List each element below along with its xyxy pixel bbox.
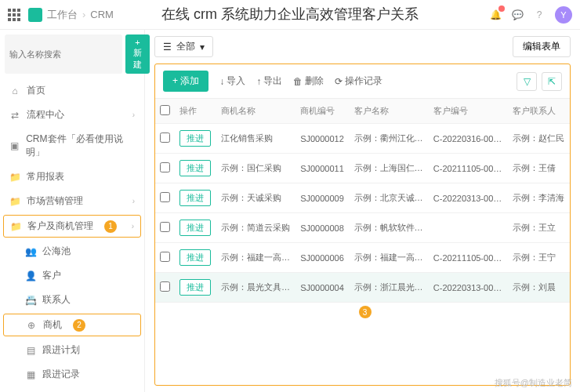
message-icon[interactable]: 💬 [511,9,524,21]
push-button[interactable]: 推进 [179,130,211,147]
notification-icon[interactable]: 🔔 [489,9,502,21]
sidebar-item-label: 跟进计划 [42,343,80,357]
record-icon: ▦ [25,369,36,380]
view-selector[interactable]: ☰ 全部 ▾ [154,36,213,57]
sidebar-item-1[interactable]: ⇄流程中心› [0,103,144,127]
folder-icon: 📁 [9,172,20,183]
sidebar-item-11[interactable]: ▦跟进记录 [0,362,144,387]
home-icon: ⌂ [9,85,20,96]
kit-icon: ▣ [9,140,20,151]
sidebar-item-12[interactable]: 📊客户分析 [0,387,144,392]
filter-icon[interactable]: ▽ [517,72,537,91]
column-header: 客户编号 [429,99,508,124]
chevron-down-icon: ▾ [200,42,205,53]
sidebar-item-label: 跟进记录 [42,368,80,381]
cell-cnum [429,213,508,243]
sidebar-item-label: 商机 [43,318,62,332]
sidebar-item-3[interactable]: 📁常用报表 [0,165,144,189]
row-checkbox[interactable] [160,162,170,172]
edit-form-button[interactable]: 编辑表单 [513,36,571,57]
export-icon[interactable]: ⇱ [542,72,562,91]
help-icon[interactable]: ? [533,9,546,21]
select-all-checkbox[interactable] [160,105,170,115]
sidebar-item-9[interactable]: ⊕商机2 [3,314,141,336]
cell-contact: 示例：刘晨 [508,273,570,303]
cell-contact: 示例：李清海 [508,183,570,213]
sidebar-item-0[interactable]: ⌂首页 [0,78,144,103]
callout-badge-3: 3 [359,306,372,318]
row-checkbox[interactable] [160,192,170,202]
list-icon: ☰ [163,42,172,53]
avatar[interactable]: Y [555,6,572,24]
sidebar-item-7[interactable]: 👤客户 [0,263,144,288]
cell-name: 江化销售采购 [216,124,295,154]
cell-cnum: C-20220316-0000001 [429,124,508,154]
cell-name: 示例：福建一高3月订单 [216,243,295,273]
log-button[interactable]: ⟳ 操作记录 [335,74,382,88]
cell-name: 示例：国仁采购 [216,154,295,183]
breadcrumb: 工作台›CRM [47,8,114,22]
logo-icon [28,8,42,22]
sidebar-item-10[interactable]: ▤跟进计划 [0,338,144,362]
table-row[interactable]: 推进示例：晨光文具设备…SJ0000004示例：浙江晨光文具…C-2022031… [155,273,570,303]
cell-contact: 示例：王立 [508,213,570,243]
search-input[interactable] [5,34,122,74]
cell-code: SJ0000009 [295,183,349,213]
chevron-right-icon: › [132,222,134,230]
cell-contact: 示例：王倩 [508,154,570,183]
sidebar-item-label: 常用报表 [27,170,64,183]
import-button[interactable]: ↓ 导入 [219,74,245,88]
sidebar-item-2[interactable]: ▣CRM套件「必看使用说明」 [0,127,144,165]
column-header: 操作 [175,99,216,124]
chevron-right-icon: › [132,111,135,119]
user-icon: 👤 [25,270,36,281]
opp-icon: ⊕ [26,320,37,331]
folder-icon: 📁 [10,221,21,232]
sidebar-item-8[interactable]: 📇联系人 [0,288,144,312]
export-button[interactable]: ↑ 导出 [256,74,282,88]
delete-button[interactable]: 🗑 删除 [293,74,324,88]
column-header: 商机名称 [216,99,295,124]
push-button[interactable]: 推进 [179,249,211,266]
table-row[interactable]: 推进示例：天诚采购SJ0000009示例：北京天诚软件…C-20220313-0… [155,183,570,213]
cell-customer: 示例：帆软软件有限公司 [350,213,429,243]
sidebar-item-4[interactable]: 📁市场营销管理› [0,189,144,213]
sidebar-item-label: 客户及商机管理 [27,220,93,233]
push-button[interactable]: 推进 [179,190,211,206]
push-button[interactable]: 推进 [179,160,211,176]
cell-customer: 示例：浙江晨光文具… [350,273,429,303]
sidebar-item-label: 公海池 [42,245,71,258]
cell-customer: 示例：福建一高集团 [350,243,429,273]
watermark: 搜狐号@制造业老简 [495,377,572,389]
table-row[interactable]: 推进江化销售采购SJ0000012示例：衢州江化集团C-20220316-000… [155,124,570,154]
table-row[interactable]: 推进示例：福建一高3月订单SJ0000006示例：福建一高集团C-2021110… [155,243,570,273]
apps-icon[interactable] [8,9,20,21]
add-button[interactable]: + 添加 [163,71,208,92]
push-button[interactable]: 推进 [179,220,211,236]
cell-cnum: C-20220313-0000004 [429,273,508,303]
row-checkbox[interactable] [160,281,170,292]
callout-badge: 2 [73,319,85,332]
column-header [155,99,175,124]
pool-icon: 👥 [25,246,36,257]
row-checkbox[interactable] [160,132,170,143]
sidebar-item-label: 流程中心 [27,108,64,122]
table-row[interactable]: 推进示例：国仁采购SJ0000011示例：上海国仁有限…C-20211105-0… [155,154,570,183]
cell-code: SJ0000011 [295,154,349,183]
column-header: 商机编号 [295,99,349,124]
callout-badge: 1 [104,220,117,233]
plan-icon: ▤ [25,345,36,356]
cell-cnum: C-20211105-0000004 [429,243,508,273]
cell-code: SJ0000004 [295,273,349,303]
sidebar-item-6[interactable]: 👥公海池 [0,239,144,263]
column-header: 客户名称 [350,99,429,124]
row-checkbox[interactable] [160,252,170,262]
sidebar-item-5[interactable]: 📁客户及商机管理1› [3,215,141,238]
cell-cnum: C-20211105-0000001 [429,154,508,183]
push-button[interactable]: 推进 [179,279,211,296]
cell-name: 示例：晨光文具设备… [216,273,295,303]
sidebar-item-label: 客户 [42,269,61,282]
sidebar-item-label: 市场营销管理 [27,194,83,208]
table-row[interactable]: 推进示例：简道云采购SJ0000008示例：帆软软件有限公司示例：王立 [155,213,570,243]
row-checkbox[interactable] [160,222,170,232]
